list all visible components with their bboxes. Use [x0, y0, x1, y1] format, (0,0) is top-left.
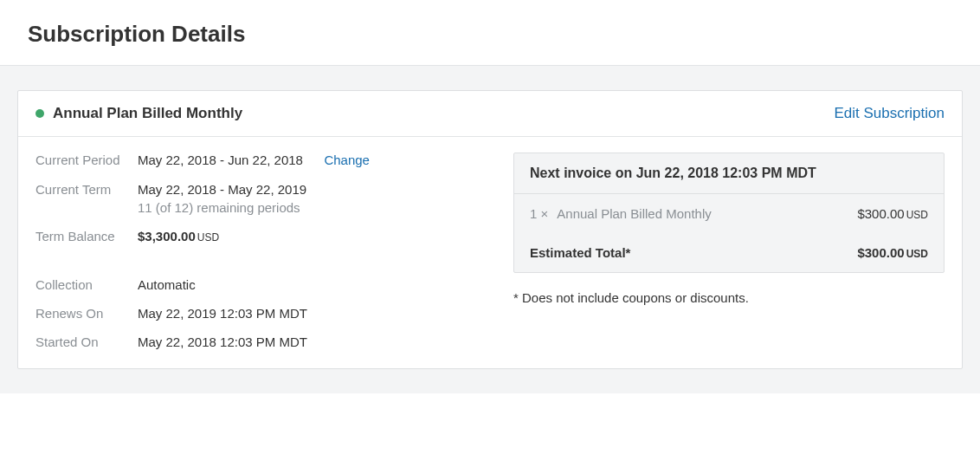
row-renews-on: Renews On May 22, 2019 12:03 PM MDT — [35, 306, 493, 321]
label-collection: Collection — [35, 277, 138, 292]
invoice-header: Next invoice on Jun 22, 2018 12:03 PM MD… — [514, 153, 944, 194]
row-current-period: Current Period May 22, 2018 - Jun 22, 20… — [35, 153, 493, 168]
invoice-line-qty: 1 × — [530, 206, 548, 221]
invoice-total-amount: $300.00USD — [857, 245, 928, 260]
value-collection: Automatic — [138, 277, 196, 292]
edit-subscription-link[interactable]: Edit Subscription — [834, 105, 945, 122]
value-term-balance: $3,300.00 — [138, 229, 196, 243]
label-started-on: Started On — [35, 334, 138, 349]
value-current-term: May 22, 2018 - May 22, 2019 — [138, 182, 306, 197]
row-current-term: Current Term May 22, 2018 - May 22, 2019… — [35, 182, 493, 215]
invoice-total-line: Estimated Total* $300.00USD — [514, 233, 944, 272]
card-header: Annual Plan Billed Monthly Edit Subscrip… — [18, 91, 962, 137]
invoice-line-amount: $300.00USD — [857, 206, 928, 221]
change-period-link[interactable]: Change — [324, 153, 370, 167]
value-current-period: May 22, 2018 - Jun 22, 2018 — [138, 153, 303, 167]
currency-term-balance: USD — [197, 231, 219, 243]
details-column: Current Period May 22, 2018 - Jun 22, 20… — [35, 153, 493, 349]
value-started-on: May 22, 2018 12:03 PM MDT — [138, 334, 307, 349]
subscription-card: Annual Plan Billed Monthly Edit Subscrip… — [17, 90, 963, 369]
spacer — [35, 258, 493, 277]
invoice-line-name: Annual Plan Billed Monthly — [557, 206, 711, 221]
status-dot-icon — [35, 109, 44, 118]
label-term-balance: Term Balance — [35, 229, 138, 243]
card-body: Current Period May 22, 2018 - Jun 22, 20… — [18, 137, 962, 368]
next-invoice-box: Next invoice on Jun 22, 2018 12:03 PM MD… — [513, 153, 945, 273]
row-collection: Collection Automatic — [35, 277, 493, 292]
page-title: Subscription Details — [0, 0, 980, 65]
invoice-total-label: Estimated Total* — [530, 245, 630, 260]
label-current-term: Current Term — [35, 182, 138, 197]
row-term-balance: Term Balance $3,300.00USD — [35, 229, 493, 244]
invoice-footnote: * Does not include coupons or discounts. — [513, 290, 945, 305]
value-renews-on: May 22, 2019 12:03 PM MDT — [138, 306, 307, 321]
label-current-period: Current Period — [35, 153, 138, 167]
content-area: Annual Plan Billed Monthly Edit Subscrip… — [0, 65, 980, 393]
row-started-on: Started On May 22, 2018 12:03 PM MDT — [35, 334, 493, 349]
invoice-line-item: 1 × Annual Plan Billed Monthly $300.00US… — [514, 194, 944, 233]
plan-title-wrap: Annual Plan Billed Monthly — [35, 105, 242, 122]
plan-name: Annual Plan Billed Monthly — [53, 105, 242, 122]
invoice-column: Next invoice on Jun 22, 2018 12:03 PM MD… — [513, 153, 945, 349]
label-renews-on: Renews On — [35, 306, 138, 321]
value-remaining-periods: 11 (of 12) remaining periods — [138, 200, 306, 215]
